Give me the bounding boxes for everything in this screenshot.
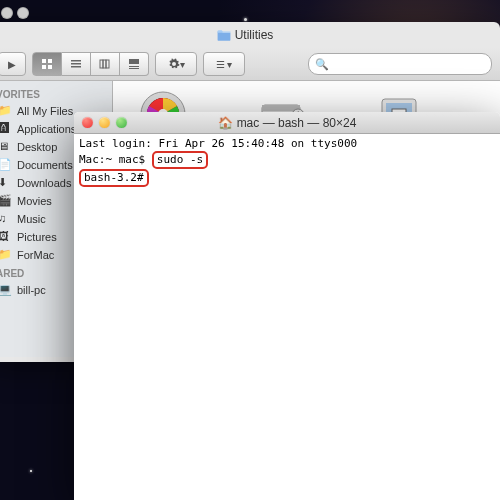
svg-rect-9 [106, 60, 109, 68]
svg-rect-10 [129, 59, 139, 64]
highlight-bash-prompt: bash-3.2# [79, 169, 149, 187]
terminal-content[interactable]: Last login: Fri Apr 26 15:40:48 on ttys0… [74, 134, 500, 190]
svg-rect-12 [129, 68, 139, 69]
terminal-line: Mac:~ mac$ sudo -s [79, 151, 495, 169]
terminal-traffic-lights [74, 117, 127, 128]
finder-inactive-dot[interactable] [17, 7, 29, 19]
view-switcher[interactable] [32, 52, 149, 76]
list-view-button[interactable] [62, 52, 91, 76]
terminal-title: 🏠 mac — bash — 80×24 [74, 116, 500, 130]
downloads-icon: ⬇ [0, 176, 12, 190]
minimize-button[interactable] [99, 117, 110, 128]
applications-icon: 🅰 [0, 122, 12, 136]
pictures-icon: 🖼 [0, 230, 12, 244]
finder-title-text: Utilities [235, 28, 274, 42]
svg-rect-11 [129, 66, 139, 67]
action-button[interactable]: ▾ [155, 52, 197, 76]
gear-icon [168, 58, 180, 70]
terminal-line: Last login: Fri Apr 26 15:40:48 on ttys0… [79, 137, 495, 151]
folder-icon [217, 29, 231, 41]
music-icon: ♫ [0, 212, 12, 226]
column-view-button[interactable] [91, 52, 120, 76]
sidebar-section-favorites: VORITES [0, 85, 112, 102]
svg-rect-1 [48, 59, 52, 63]
search-field[interactable]: 🔍 [308, 53, 492, 75]
terminal-titlebar[interactable]: 🏠 mac — bash — 80×24 [74, 112, 500, 134]
zoom-button[interactable] [116, 117, 127, 128]
close-button[interactable] [82, 117, 93, 128]
finder-toolbar: ▶ ▾ ☰ ▾ 🔍 [0, 48, 500, 81]
terminal-window: 🏠 mac — bash — 80×24 Last login: Fri Apr… [74, 112, 500, 500]
terminal-line: bash-3.2# [79, 169, 495, 187]
svg-rect-2 [42, 65, 46, 69]
finder-titlebar: Utilities [0, 22, 500, 48]
coverflow-view-button[interactable] [120, 52, 149, 76]
folder-icon: 📁 [0, 248, 12, 262]
documents-icon: 📄 [0, 158, 12, 172]
desktop-icon: 🖥 [0, 140, 12, 154]
highlight-sudo: sudo -s [152, 151, 208, 169]
svg-rect-4 [71, 60, 81, 62]
svg-rect-0 [42, 59, 46, 63]
back-button[interactable]: ▶ [0, 52, 26, 76]
svg-rect-6 [71, 66, 81, 68]
pc-icon: 💻 [0, 283, 12, 297]
finder-inactive-dot[interactable] [1, 7, 13, 19]
search-icon: 🔍 [315, 58, 329, 71]
finder-traffic-lights [0, 7, 29, 19]
arrange-button[interactable]: ☰ ▾ [203, 52, 245, 76]
movies-icon: 🎬 [0, 194, 12, 208]
all-files-icon: 📁 [0, 104, 12, 118]
svg-rect-3 [48, 65, 52, 69]
home-icon: 🏠 [218, 116, 233, 130]
svg-rect-5 [71, 63, 81, 65]
icon-view-button[interactable] [32, 52, 62, 76]
